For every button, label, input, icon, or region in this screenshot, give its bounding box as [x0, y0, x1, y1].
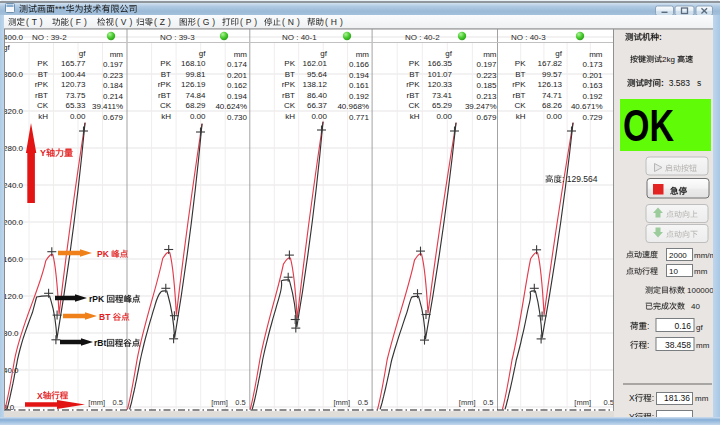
svg-text:181.36: 181.36: [664, 393, 690, 403]
svg-text:120.33: 120.33: [428, 80, 453, 89]
svg-text:( H ): ( H ): [325, 17, 343, 27]
svg-text:0.194: 0.194: [349, 71, 370, 80]
svg-text:PK: PK: [284, 59, 295, 68]
svg-text:320.0: 320.0: [3, 107, 24, 116]
svg-text:rPK: rPK: [282, 80, 296, 89]
svg-text:166.35: 166.35: [428, 59, 453, 68]
svg-text:167.82: 167.82: [538, 59, 563, 68]
svg-text:0.174: 0.174: [227, 60, 248, 69]
svg-text:400.0: 400.0: [3, 33, 24, 42]
svg-text:X: X: [629, 393, 635, 403]
svg-text:mm: mm: [483, 50, 497, 59]
svg-text:gf: gf: [555, 49, 562, 58]
svg-text:***: ***: [55, 4, 66, 14]
svg-text:s: s: [697, 78, 701, 88]
svg-text:BT: BT: [99, 312, 111, 322]
svg-text:74.84: 74.84: [185, 91, 206, 100]
svg-text:rBT: rBT: [282, 91, 295, 100]
svg-text:73.75: 73.75: [65, 91, 86, 100]
svg-text:kH: kH: [410, 112, 420, 121]
svg-text:BT: BT: [285, 70, 295, 79]
svg-text:240.0: 240.0: [3, 181, 24, 190]
svg-text:0.223: 0.223: [103, 71, 124, 80]
svg-text:rPK: rPK: [158, 80, 172, 89]
svg-text:2kg: 2kg: [662, 55, 675, 64]
svg-text:0.214: 0.214: [103, 92, 124, 101]
svg-text:0.5: 0.5: [235, 398, 245, 407]
svg-text:( P ): ( P ): [240, 17, 257, 27]
svg-text:0.184: 0.184: [103, 81, 124, 90]
svg-text::: :: [659, 32, 662, 42]
svg-text:3.583: 3.583: [669, 78, 691, 88]
svg-text:OK: OK: [623, 101, 674, 150]
svg-text:40.968%: 40.968%: [337, 102, 369, 111]
svg-text:10: 10: [669, 267, 678, 276]
svg-text::: :: [647, 340, 649, 350]
svg-text:0.679: 0.679: [476, 113, 497, 122]
svg-text:NO : 39-2: NO : 39-2: [32, 33, 67, 42]
svg-text:gf: gf: [199, 49, 206, 58]
svg-text:0.201: 0.201: [582, 71, 603, 80]
svg-text:CK: CK: [284, 101, 296, 110]
svg-text:kH: kH: [38, 112, 48, 121]
svg-text:0.771: 0.771: [349, 113, 370, 122]
svg-text:X: X: [37, 391, 43, 401]
svg-text:rPK: rPK: [406, 80, 420, 89]
svg-text:68.29: 68.29: [185, 101, 206, 110]
svg-text:40: 40: [691, 302, 700, 311]
svg-text:NO : 39-3: NO : 39-3: [160, 33, 195, 42]
svg-text:mm: mm: [696, 341, 710, 350]
svg-text:0.00: 0.00: [311, 112, 327, 121]
svg-text:mm: mm: [694, 267, 708, 276]
svg-text:gf: gf: [79, 49, 86, 58]
svg-text:PK: PK: [160, 59, 171, 68]
svg-text:NO : 40-2: NO : 40-2: [405, 33, 440, 42]
svg-text:gf: gf: [320, 49, 327, 58]
svg-text:0.16: 0.16: [674, 321, 691, 331]
svg-text:0.679: 0.679: [103, 113, 124, 122]
svg-text:[mm]: [mm]: [88, 398, 105, 407]
svg-text:68.26: 68.26: [542, 101, 563, 110]
svg-text:160.0: 160.0: [3, 255, 24, 264]
svg-text:0.166: 0.166: [349, 60, 370, 69]
svg-text:mm: mm: [695, 394, 709, 403]
svg-text:100000: 100000: [687, 286, 714, 295]
svg-text:39.411%: 39.411%: [92, 102, 123, 111]
svg-text:PK: PK: [97, 249, 110, 259]
svg-text:99.81: 99.81: [185, 70, 206, 79]
svg-text:rPK: rPK: [89, 294, 105, 304]
svg-text:100.44: 100.44: [61, 70, 86, 79]
svg-text:CK: CK: [37, 101, 49, 110]
svg-text:rPK: rPK: [35, 80, 49, 89]
svg-text:40.0: 40.0: [3, 366, 19, 375]
svg-text:rBT: rBT: [513, 91, 526, 100]
svg-text:39.247%: 39.247%: [465, 102, 497, 111]
svg-text:360.0: 360.0: [3, 70, 24, 79]
svg-text:38.458: 38.458: [665, 340, 691, 350]
svg-text:kH: kH: [285, 112, 295, 121]
svg-text:kH: kH: [516, 112, 526, 121]
svg-text:[mm]: [mm]: [459, 398, 476, 407]
svg-text:mm: mm: [356, 50, 370, 59]
svg-text:99.57: 99.57: [542, 70, 563, 79]
svg-text:0.00: 0.00: [70, 112, 86, 121]
svg-text:[mm]: [mm]: [333, 398, 350, 407]
svg-text:gf: gf: [445, 49, 452, 58]
svg-text::: :: [647, 321, 649, 331]
svg-text:0.729: 0.729: [582, 113, 603, 122]
svg-text:120.73: 120.73: [61, 80, 86, 89]
svg-text:73.41: 73.41: [432, 91, 453, 100]
svg-text:0.5: 0.5: [113, 398, 123, 407]
svg-text:NO : 40-3: NO : 40-3: [511, 33, 546, 42]
svg-text:mm: mm: [234, 50, 248, 59]
svg-text:0.194: 0.194: [227, 92, 248, 101]
svg-text:BT: BT: [515, 70, 525, 79]
svg-text:gf: gf: [696, 323, 703, 332]
svg-text:0.192: 0.192: [349, 92, 370, 101]
svg-text:rBT: rBT: [158, 91, 171, 100]
svg-text:0.5: 0.5: [483, 398, 493, 407]
svg-text:CK: CK: [514, 101, 526, 110]
svg-text:mm: mm: [589, 50, 603, 59]
svg-text::: :: [661, 78, 664, 88]
svg-text:0.161: 0.161: [349, 81, 370, 90]
